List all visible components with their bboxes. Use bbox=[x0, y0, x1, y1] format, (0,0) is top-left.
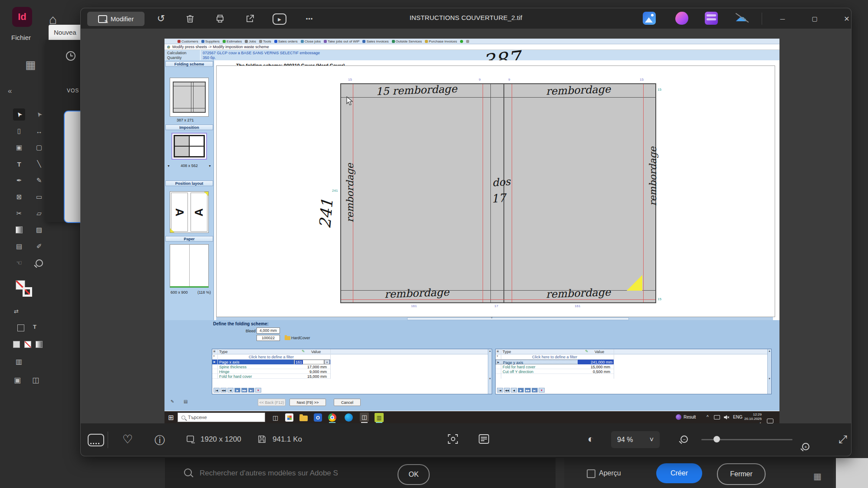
nav-prev[interactable]: ◀ bbox=[511, 388, 517, 393]
notes-icon[interactable]: ▤ bbox=[184, 399, 187, 404]
zoom-tool-icon[interactable] bbox=[33, 257, 45, 269]
photos-app-icon[interactable] bbox=[643, 12, 656, 25]
content-collector-tool-icon[interactable]: ▣ bbox=[13, 141, 25, 154]
eyedropper-tool-icon[interactable]: ✐ bbox=[33, 240, 45, 252]
rectangle-tool-icon[interactable]: ▭ bbox=[33, 191, 45, 203]
toolbar-item[interactable]: Outside Services bbox=[392, 39, 422, 43]
language-indicator[interactable]: ENG bbox=[733, 415, 743, 419]
apply-color-icon[interactable] bbox=[13, 341, 20, 348]
delete-icon[interactable] bbox=[183, 11, 197, 26]
taskbar-search[interactable]: Търсене bbox=[178, 413, 265, 422]
maximize-icon[interactable]: ▢ bbox=[807, 11, 822, 26]
toolbar-item[interactable]: Purchase invoices bbox=[425, 39, 457, 43]
nav-prev-page[interactable]: ◀◀ bbox=[504, 388, 510, 393]
print-icon[interactable] bbox=[213, 11, 227, 26]
rotate-icon[interactable]: ↺ bbox=[154, 11, 168, 26]
value-edit-box[interactable]: 161 bbox=[294, 360, 324, 364]
favorite-icon[interactable]: ♡ bbox=[122, 432, 133, 446]
table-row[interactable]: Cut off Y direction0,500 mm bbox=[496, 369, 614, 374]
toolbar-item[interactable]: Jobs bbox=[245, 39, 256, 43]
fullscreen-icon[interactable]: ⤢ bbox=[838, 433, 847, 446]
table-row[interactable]: Hinge9,000 mm bbox=[212, 369, 330, 374]
hand-tool-icon[interactable]: ☜ bbox=[13, 257, 25, 269]
table-row[interactable]: Spine thickness17,000 mm bbox=[212, 364, 330, 369]
info-icon[interactable]: ⓘ bbox=[155, 433, 165, 447]
grid-view-icon[interactable]: ▦ bbox=[25, 58, 36, 72]
edge-icon[interactable] bbox=[344, 413, 353, 422]
zoom-out-icon[interactable]: − bbox=[681, 436, 688, 443]
close-dialog-button[interactable]: Fermer bbox=[717, 463, 766, 485]
ok-button[interactable]: OK bbox=[398, 464, 430, 485]
dropdown-right-icon[interactable]: ▼ bbox=[208, 164, 211, 167]
grid-layout-icon[interactable]: ▦ bbox=[813, 471, 822, 481]
selection-tool-icon[interactable]: ➤ bbox=[13, 108, 25, 121]
note-tool-icon[interactable]: ▤ bbox=[13, 240, 25, 252]
zoom-in-icon[interactable]: + bbox=[802, 443, 809, 450]
edit-button[interactable]: Modifier bbox=[87, 12, 145, 26]
value-header[interactable]: Value bbox=[595, 350, 604, 354]
cancel-button[interactable]: Cancel bbox=[334, 399, 361, 406]
clipchamp-app-icon[interactable] bbox=[705, 12, 718, 25]
filter-row[interactable]: Click here to define a filter bbox=[212, 354, 330, 360]
gradient-feather-tool-icon[interactable]: ▨ bbox=[33, 224, 45, 236]
auto-enhance-icon[interactable]: ◐ bbox=[588, 433, 594, 445]
apply-gradient-icon[interactable] bbox=[36, 341, 43, 348]
preview-mode-icon[interactable]: ◫ bbox=[32, 376, 39, 385]
file-explorer-icon[interactable] bbox=[299, 414, 308, 423]
page-tool-icon[interactable]: ▯ bbox=[13, 125, 25, 137]
folding-scheme-thumbnail[interactable] bbox=[170, 78, 209, 117]
active-app-icon[interactable]: ◫ bbox=[360, 413, 369, 422]
free-transform-tool-icon[interactable]: ▱ bbox=[33, 207, 45, 219]
position-layout-thumbnail[interactable]: A A bbox=[170, 191, 209, 233]
type-header[interactable]: Type bbox=[219, 350, 228, 354]
nav-prev-page[interactable]: ◀◀ bbox=[220, 388, 227, 393]
nav-filter-icon[interactable]: ▼ bbox=[539, 388, 545, 393]
preview-checkbox[interactable] bbox=[587, 469, 595, 478]
toolbar-item[interactable]: Estimates bbox=[223, 39, 242, 43]
chrome-icon[interactable] bbox=[328, 413, 337, 422]
next-button[interactable]: Next (F9) >> bbox=[289, 399, 326, 406]
template-search-input[interactable] bbox=[199, 465, 387, 481]
type-header[interactable]: Type bbox=[503, 350, 511, 354]
tray-expand-icon[interactable]: ^ bbox=[707, 415, 709, 419]
scheme-code-input[interactable]: 100022 bbox=[256, 335, 280, 341]
display-tray-icon[interactable] bbox=[714, 415, 720, 419]
direct-selection-tool-icon[interactable]: ➤ bbox=[33, 108, 45, 121]
share-icon[interactable] bbox=[243, 11, 257, 26]
frame-tool-icon[interactable]: ⊠ bbox=[13, 191, 25, 203]
collapse-panel-icon[interactable]: « bbox=[8, 87, 12, 95]
toolbar-item[interactable]: Suppliers bbox=[201, 39, 220, 43]
value-dropdown-icon[interactable]: ▼ bbox=[324, 360, 330, 364]
notification-center-icon[interactable] bbox=[767, 419, 773, 423]
clock-tray[interactable]: 12:29 20.10.2025 г. bbox=[743, 413, 762, 423]
bleed-input[interactable]: 4,000 mm bbox=[256, 328, 280, 334]
header-menu-icon[interactable]: ≣ bbox=[213, 350, 216, 353]
apply-none-icon[interactable] bbox=[24, 341, 31, 348]
visual-search-icon[interactable] bbox=[447, 433, 459, 446]
designer-app-icon[interactable] bbox=[675, 12, 688, 25]
create-button[interactable]: Créer bbox=[656, 463, 702, 483]
menu-file[interactable]: Fichier bbox=[11, 34, 31, 41]
zoom-slider-handle[interactable] bbox=[713, 436, 720, 442]
nav-filter-icon[interactable]: ▼ bbox=[255, 388, 261, 393]
store-icon[interactable] bbox=[285, 413, 294, 422]
tray-app-icon[interactable] bbox=[676, 414, 681, 420]
ocr-text-icon[interactable] bbox=[478, 433, 490, 446]
nav-prev[interactable]: ◀ bbox=[227, 388, 233, 393]
stroke-swatch[interactable] bbox=[23, 287, 32, 297]
nav-last[interactable]: ▶| bbox=[532, 388, 538, 393]
formatting-text-icon[interactable]: T bbox=[33, 324, 36, 330]
start-button-icon[interactable]: ⊞ bbox=[168, 413, 174, 422]
edit-scheme-icon[interactable]: ✎ bbox=[171, 399, 174, 404]
nav-last[interactable]: ▶| bbox=[248, 388, 254, 393]
table-row-selected[interactable]: ▶ Page x axis 161 ▼ bbox=[212, 360, 330, 364]
imposition-thumbnail[interactable] bbox=[171, 133, 207, 160]
table-row[interactable]: Fold for hard cover15,000 mm bbox=[496, 364, 614, 369]
table-row-selected[interactable]: ▶ Page y axis 241,000 mm bbox=[496, 360, 614, 364]
screen-mode-icon[interactable]: ▣ bbox=[14, 376, 21, 385]
video-play-icon[interactable]: ▶ bbox=[273, 13, 286, 25]
task-view-icon[interactable]: ◫ bbox=[271, 413, 280, 422]
volume-muted-icon[interactable] bbox=[723, 415, 730, 421]
pen-tool-icon[interactable]: ✒ bbox=[13, 174, 25, 187]
close-window-icon[interactable]: ✕ bbox=[839, 11, 854, 26]
